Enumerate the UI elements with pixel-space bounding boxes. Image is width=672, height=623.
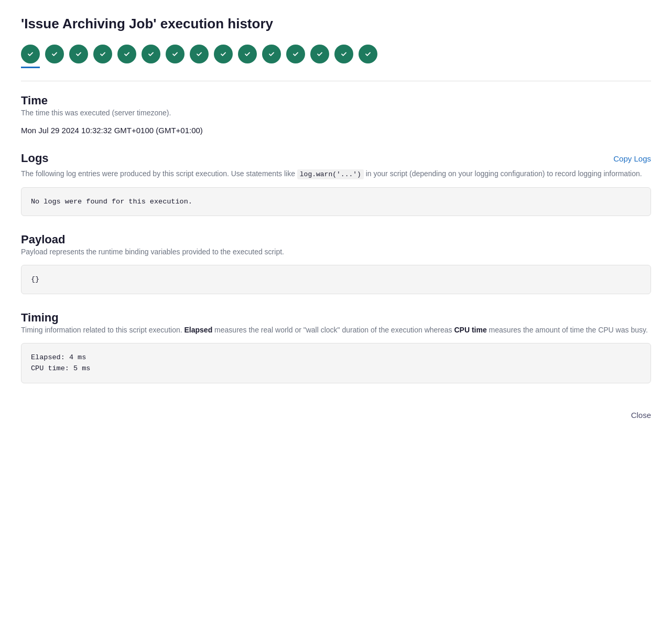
payload-code-block: {}	[21, 265, 651, 294]
timing-section: Timing Timing information related to thi…	[21, 311, 651, 383]
active-tab-indicator	[21, 67, 40, 68]
timing-elapsed-value: Elapsed: 4 ms	[31, 353, 86, 361]
svg-point-3	[98, 49, 107, 59]
execution-icon-1[interactable]	[45, 45, 64, 63]
time-section: Time The time this was executed (server …	[21, 94, 651, 135]
svg-point-7	[194, 49, 204, 59]
logs-section-title: Logs	[21, 152, 49, 165]
execution-icon-14[interactable]	[359, 45, 377, 63]
execution-icon-3[interactable]	[93, 45, 112, 63]
execution-icon-2[interactable]	[69, 45, 88, 63]
execution-icon-4[interactable]	[117, 45, 136, 63]
time-value: Mon Jul 29 2024 10:32:32 GMT+0100 (GMT+0…	[21, 126, 651, 135]
copy-logs-button[interactable]: Copy Logs	[613, 154, 651, 163]
svg-point-1	[50, 49, 59, 59]
logs-code-block: No logs were found for this execution.	[21, 187, 651, 217]
timing-description: Timing information related to this scrip…	[21, 325, 651, 336]
svg-point-2	[74, 49, 83, 59]
execution-history-icons	[21, 45, 651, 63]
timing-cpu-label: CPU time	[454, 326, 487, 334]
execution-icon-5[interactable]	[142, 45, 160, 63]
payload-section: Payload Payload represents the runtime b…	[21, 233, 651, 294]
logs-desc-prefix: The following log entries were produced …	[21, 169, 297, 178]
logs-description: The following log entries were produced …	[21, 168, 651, 180]
time-description: The time this was executed (server timez…	[21, 108, 651, 119]
timing-cpu-value: CPU time: 5 ms	[31, 364, 90, 372]
execution-icon-11[interactable]	[286, 45, 305, 63]
execution-icon-7[interactable]	[190, 45, 209, 63]
svg-point-10	[267, 49, 276, 59]
footer: Close	[21, 400, 651, 420]
timing-code-block: Elapsed: 4 ms CPU time: 5 ms	[21, 343, 651, 383]
svg-point-9	[243, 49, 252, 59]
payload-description: Payload represents the runtime binding v…	[21, 246, 651, 257]
svg-point-11	[291, 49, 300, 59]
execution-icon-10[interactable]	[262, 45, 281, 63]
svg-point-6	[170, 49, 180, 59]
svg-point-12	[315, 49, 324, 59]
svg-point-4	[122, 49, 132, 59]
svg-point-5	[146, 49, 156, 59]
execution-icon-8[interactable]	[214, 45, 233, 63]
svg-point-0	[26, 49, 35, 59]
execution-icon-6[interactable]	[166, 45, 185, 63]
timing-cpu-desc: measures the amount of time the CPU was …	[487, 326, 648, 334]
logs-code-snippet: log.warn('...')	[297, 169, 364, 179]
section-divider	[21, 81, 651, 81]
svg-point-13	[339, 49, 349, 59]
timing-desc-prefix: Timing information related to this scrip…	[21, 326, 185, 334]
logs-section-header: Logs Copy Logs	[21, 152, 651, 165]
svg-point-14	[363, 49, 373, 59]
timing-elapsed-desc: measures the real world or "wall clock" …	[212, 326, 454, 334]
payload-section-title: Payload	[21, 233, 651, 246]
timing-section-title: Timing	[21, 311, 651, 325]
svg-point-8	[219, 49, 228, 59]
logs-section: Logs Copy Logs The following log entries…	[21, 152, 651, 216]
execution-icon-13[interactable]	[334, 45, 353, 63]
logs-desc-suffix: in your script (depending on your loggin…	[364, 169, 642, 178]
time-section-title: Time	[21, 94, 651, 108]
close-button[interactable]: Close	[631, 411, 651, 420]
page-title: 'Issue Archiving Job' execution history	[21, 16, 651, 32]
timing-elapsed-label: Elapsed	[185, 326, 213, 334]
execution-icon-12[interactable]	[310, 45, 329, 63]
execution-icon-0[interactable]	[21, 45, 40, 63]
execution-icon-9[interactable]	[238, 45, 257, 63]
